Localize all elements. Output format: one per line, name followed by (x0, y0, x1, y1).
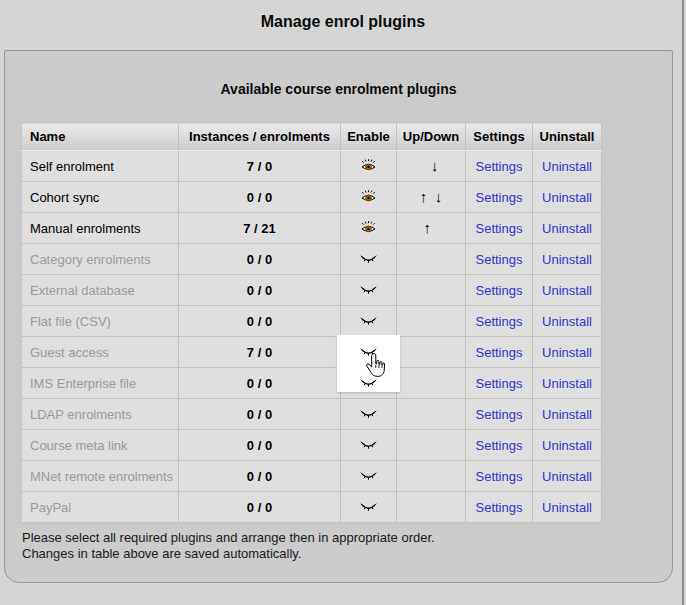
table-row: LDAP enrolments 0 / 0 (22, 399, 602, 430)
settings-link[interactable]: Settings (476, 376, 523, 391)
uninstall-link[interactable]: Uninstall (542, 159, 592, 174)
move-up-icon[interactable]: ↑ (421, 220, 433, 235)
table-row: Flat file (CSV) 0 / 0 (22, 306, 602, 337)
plugin-name: Manual enrolments (30, 221, 141, 236)
table-row: IMS Enterprise file 0 / 0 (22, 368, 602, 399)
column-header-enable: Enable (341, 123, 397, 151)
instances-count: 0 / 0 (179, 430, 341, 461)
updown-cell: ↓ (397, 151, 466, 182)
uninstall-link[interactable]: Uninstall (542, 500, 592, 515)
column-header-instances: Instances / enrolments (179, 123, 341, 151)
instances-count: 0 / 0 (179, 306, 341, 337)
uninstall-link[interactable]: Uninstall (542, 190, 592, 205)
uninstall-link[interactable]: Uninstall (542, 283, 592, 298)
updown-cell (397, 275, 466, 306)
instances-count: 0 / 0 (179, 461, 341, 492)
plugin-name: External database (30, 283, 135, 298)
table-row: Guest access 7 / 0 (22, 337, 602, 368)
uninstall-link[interactable]: Uninstall (542, 407, 592, 422)
enable-cell (341, 244, 397, 275)
enable-cell (341, 337, 397, 368)
table-row: PayPal 0 / 0 (22, 492, 602, 523)
updown-cell (397, 399, 466, 430)
updown-cell (397, 244, 466, 275)
settings-link[interactable]: Settings (476, 159, 523, 174)
enable-cell (341, 151, 397, 182)
column-header-settings: Settings (466, 123, 533, 151)
table-header-row: Name Instances / enrolments Enable Up/Do… (22, 123, 602, 151)
uninstall-link[interactable]: Uninstall (542, 438, 592, 453)
uninstall-link[interactable]: Uninstall (542, 469, 592, 484)
table-row: Category enrolments 0 / 0 (22, 244, 602, 275)
eye-closed-icon[interactable] (360, 437, 377, 453)
eye-closed-icon[interactable] (360, 313, 377, 329)
eye-open-icon[interactable] (360, 189, 377, 205)
move-down-icon[interactable]: ↓ (433, 189, 445, 204)
enable-cell (341, 399, 397, 430)
instances-count: 7 / 0 (179, 151, 341, 182)
enrol-plugins-table: Name Instances / enrolments Enable Up/Do… (21, 122, 602, 523)
instances-count: 7 / 0 (179, 337, 341, 368)
settings-link[interactable]: Settings (476, 438, 523, 453)
instances-count: 0 / 0 (179, 368, 341, 399)
eye-closed-icon[interactable] (360, 282, 377, 298)
enable-cell (341, 182, 397, 213)
uninstall-link[interactable]: Uninstall (542, 314, 592, 329)
enable-cell (341, 492, 397, 523)
enable-cell (341, 275, 397, 306)
plugin-name: IMS Enterprise file (30, 376, 136, 391)
settings-link[interactable]: Settings (476, 407, 523, 422)
panel-heading: Available course enrolment plugins (5, 51, 672, 97)
column-header-updown: Up/Down (397, 123, 466, 151)
updown-cell (397, 337, 466, 368)
updown-cell (397, 368, 466, 399)
uninstall-link[interactable]: Uninstall (542, 221, 592, 236)
instances-count: 0 / 0 (179, 182, 341, 213)
settings-link[interactable]: Settings (476, 469, 523, 484)
plugin-name: Guest access (30, 345, 109, 360)
column-header-uninstall: Uninstall (533, 123, 602, 151)
settings-link[interactable]: Settings (476, 345, 523, 360)
updown-cell (397, 492, 466, 523)
table-row: Self enrolment 7 / 0 (22, 151, 602, 182)
table-row: Course meta link 0 / 0 (22, 430, 602, 461)
table-row: Cohort sync 0 / 0 (22, 182, 602, 213)
settings-link[interactable]: Settings (476, 221, 523, 236)
uninstall-link[interactable]: Uninstall (542, 376, 592, 391)
eye-closed-icon[interactable] (360, 251, 377, 267)
move-down-icon[interactable]: ↓ (429, 158, 441, 173)
plugin-name: Cohort sync (30, 190, 99, 205)
updown-cell (397, 430, 466, 461)
plugin-name: Self enrolment (30, 159, 114, 174)
hand-cursor-icon (365, 352, 385, 379)
updown-cell (397, 461, 466, 492)
uninstall-link[interactable]: Uninstall (542, 345, 592, 360)
page-title: Manage enrol plugins (0, 0, 686, 31)
eye-closed-icon[interactable] (360, 499, 377, 515)
table-row: Manual enrolments 7 / 21 (22, 213, 602, 244)
updown-cell (397, 306, 466, 337)
eye-closed-icon[interactable] (360, 406, 377, 422)
move-up-icon[interactable]: ↑ (418, 189, 430, 204)
updown-cell: ↑ (397, 213, 466, 244)
settings-link[interactable]: Settings (476, 314, 523, 329)
column-header-name: Name (22, 123, 179, 151)
enable-cell (341, 461, 397, 492)
settings-link[interactable]: Settings (476, 283, 523, 298)
instances-count: 0 / 0 (179, 399, 341, 430)
plugin-name: Flat file (CSV) (30, 314, 111, 329)
eye-closed-icon[interactable] (360, 468, 377, 484)
uninstall-link[interactable]: Uninstall (542, 252, 592, 267)
instances-count: 0 / 0 (179, 275, 341, 306)
window-edge-line (682, 0, 684, 605)
plugin-name: PayPal (30, 500, 71, 515)
eye-open-icon[interactable] (360, 220, 377, 236)
settings-link[interactable]: Settings (476, 252, 523, 267)
plugin-name: Course meta link (30, 438, 128, 453)
settings-link[interactable]: Settings (476, 500, 523, 515)
settings-link[interactable]: Settings (476, 190, 523, 205)
plugin-name: LDAP enrolments (30, 407, 132, 422)
eye-open-icon[interactable] (360, 158, 377, 174)
plugin-name: Category enrolments (30, 252, 151, 267)
enable-cell (341, 306, 397, 337)
